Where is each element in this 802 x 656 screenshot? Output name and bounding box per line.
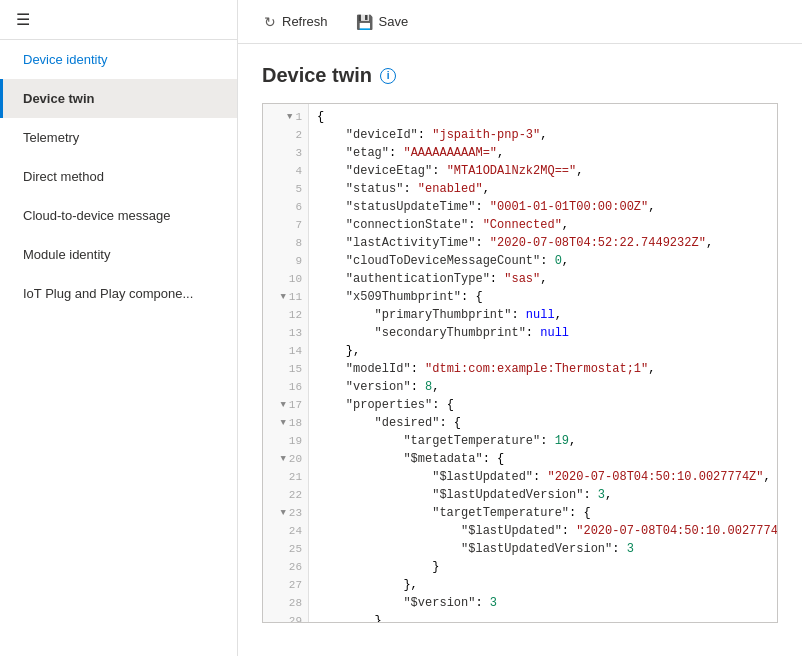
- line-num-14: 14: [263, 342, 308, 360]
- line-num-3: 3: [263, 144, 308, 162]
- line-num-8: 8: [263, 234, 308, 252]
- save-label: Save: [379, 14, 409, 29]
- code-line-28: "$version": 3: [317, 594, 778, 612]
- code-line-9: "cloudToDeviceMessageCount": 0,: [317, 252, 778, 270]
- line-num-11: ▼11: [263, 288, 308, 306]
- line-num-1: ▼1: [263, 108, 308, 126]
- line-num-22: 22: [263, 486, 308, 504]
- code-line-5: "status": "enabled",: [317, 180, 778, 198]
- save-button[interactable]: 💾 Save: [346, 9, 419, 35]
- code-editor[interactable]: ▼12345678910▼111213141516▼17▼1819▼202122…: [262, 103, 778, 623]
- info-icon[interactable]: i: [380, 68, 396, 84]
- code-line-13: "secondaryThumbprint": null: [317, 324, 778, 342]
- code-line-7: "connectionState": "Connected",: [317, 216, 778, 234]
- refresh-label: Refresh: [282, 14, 328, 29]
- line-num-17: ▼17: [263, 396, 308, 414]
- line-num-26: 26: [263, 558, 308, 576]
- code-line-8: "lastActivityTime": "2020-07-08T04:52:22…: [317, 234, 778, 252]
- sidebar-item-cloud-to-device[interactable]: Cloud-to-device message: [0, 196, 237, 235]
- page-title-container: Device twin i: [262, 64, 778, 87]
- code-line-29: },: [317, 612, 778, 623]
- line-num-6: 6: [263, 198, 308, 216]
- line-num-5: 5: [263, 180, 308, 198]
- code-line-22: "$lastUpdatedVersion": 3,: [317, 486, 778, 504]
- sidebar-item-module-identity[interactable]: Module identity: [0, 235, 237, 274]
- line-num-28: 28: [263, 594, 308, 612]
- code-line-15: "modelId": "dtmi:com:example:Thermostat;…: [317, 360, 778, 378]
- code-line-24: "$lastUpdated": "2020-07-08T04:50:10.002…: [317, 522, 778, 540]
- code-content: { "deviceId": "jspaith-pnp-3", "etag": "…: [309, 104, 778, 622]
- line-num-19: 19: [263, 432, 308, 450]
- refresh-button[interactable]: ↻ Refresh: [254, 9, 338, 35]
- code-line-26: }: [317, 558, 778, 576]
- line-num-16: 16: [263, 378, 308, 396]
- sidebar-nav: Device identityDevice twinTelemetryDirec…: [0, 40, 237, 313]
- sidebar-item-telemetry[interactable]: Telemetry: [0, 118, 237, 157]
- refresh-icon: ↻: [264, 14, 276, 30]
- line-num-9: 9: [263, 252, 308, 270]
- code-line-2: "deviceId": "jspaith-pnp-3",: [317, 126, 778, 144]
- line-num-24: 24: [263, 522, 308, 540]
- line-num-7: 7: [263, 216, 308, 234]
- code-line-21: "$lastUpdated": "2020-07-08T04:50:10.002…: [317, 468, 778, 486]
- main-panel: ↻ Refresh 💾 Save Device twin i ▼12345678…: [238, 0, 802, 656]
- line-num-18: ▼18: [263, 414, 308, 432]
- sidebar-item-device-identity[interactable]: Device identity: [0, 40, 237, 79]
- line-num-2: 2: [263, 126, 308, 144]
- code-line-23: "targetTemperature": {: [317, 504, 778, 522]
- hamburger-icon[interactable]: ☰: [16, 11, 30, 28]
- code-line-10: "authenticationType": "sas",: [317, 270, 778, 288]
- code-line-11: "x509Thumbprint": {: [317, 288, 778, 306]
- code-line-1: {: [317, 108, 778, 126]
- code-line-25: "$lastUpdatedVersion": 3: [317, 540, 778, 558]
- line-num-29: 29: [263, 612, 308, 623]
- sidebar-item-direct-method[interactable]: Direct method: [0, 157, 237, 196]
- code-line-27: },: [317, 576, 778, 594]
- line-num-23: ▼23: [263, 504, 308, 522]
- line-num-4: 4: [263, 162, 308, 180]
- content-area: Device twin i ▼12345678910▼111213141516▼…: [238, 44, 802, 656]
- code-line-12: "primaryThumbprint": null,: [317, 306, 778, 324]
- code-line-4: "deviceEtag": "MTA1ODAlNzk2MQ==",: [317, 162, 778, 180]
- code-line-18: "desired": {: [317, 414, 778, 432]
- line-num-12: 12: [263, 306, 308, 324]
- line-num-10: 10: [263, 270, 308, 288]
- line-numbers: ▼12345678910▼111213141516▼17▼1819▼202122…: [263, 104, 309, 622]
- code-line-3: "etag": "AAAAAAAAAM=",: [317, 144, 778, 162]
- toolbar: ↻ Refresh 💾 Save: [238, 0, 802, 44]
- code-line-20: "$metadata": {: [317, 450, 778, 468]
- sidebar-item-iot-plug[interactable]: IoT Plug and Play compone...: [0, 274, 237, 313]
- code-line-16: "version": 8,: [317, 378, 778, 396]
- line-num-27: 27: [263, 576, 308, 594]
- save-icon: 💾: [356, 14, 373, 30]
- code-line-17: "properties": {: [317, 396, 778, 414]
- code-line-6: "statusUpdateTime": "0001-01-01T00:00:00…: [317, 198, 778, 216]
- line-num-25: 25: [263, 540, 308, 558]
- code-line-14: },: [317, 342, 778, 360]
- sidebar-item-device-twin[interactable]: Device twin: [0, 79, 237, 118]
- page-title: Device twin: [262, 64, 372, 87]
- line-num-20: ▼20: [263, 450, 308, 468]
- sidebar: ☰ Device identityDevice twinTelemetryDir…: [0, 0, 238, 656]
- line-num-13: 13: [263, 324, 308, 342]
- line-num-21: 21: [263, 468, 308, 486]
- line-num-15: 15: [263, 360, 308, 378]
- code-line-19: "targetTemperature": 19,: [317, 432, 778, 450]
